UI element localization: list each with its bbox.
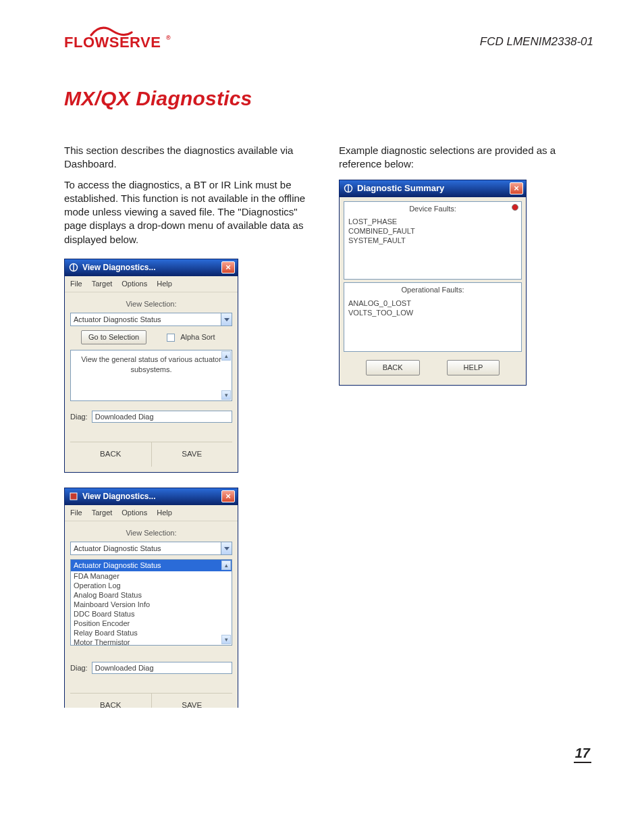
app-icon [69,263,78,272]
list-item[interactable]: Position Encoder [71,619,232,628]
close-icon[interactable]: × [510,182,523,194]
diag-field[interactable]: Downloaded Diag [92,411,232,423]
view-selection-label: View Selection: [70,528,232,538]
document-id: FCD LMENIM2338-01 [480,35,593,49]
operational-faults-list: ANALOG_0_LOST VOLTS_TOO_LOW [344,297,521,351]
combo-value: Actuator Diagnostic Status [71,313,221,325]
app-icon [69,492,78,501]
back-button[interactable]: BACK [366,360,420,375]
alpha-sort-checkbox[interactable] [167,334,175,342]
save-button[interactable]: SAVE [151,442,233,467]
scroll-up-icon[interactable]: ▴ [221,351,231,361]
page-title: MX/QX Diagnostics [64,87,593,110]
menu-options[interactable]: Options [122,508,147,518]
operational-faults-label: Operational Faults: [402,286,464,294]
svg-rect-2 [70,493,77,500]
intro-paragraph-1: This section describes the diagnostics a… [64,144,319,172]
chevron-down-icon[interactable] [221,313,232,325]
menu-help[interactable]: Help [157,508,172,518]
close-icon[interactable]: × [221,490,235,502]
view-selection-label: View Selection: [70,299,232,309]
back-button[interactable]: BACK [70,694,151,707]
app-icon [344,184,353,193]
diag-field[interactable]: Downloaded Diag [92,662,232,674]
scroll-up-icon[interactable]: ▴ [221,561,231,570]
selection-listbox[interactable]: Actuator Diagnostic Status FDA Manager O… [70,559,232,646]
list-item[interactable]: Relay Board Status [71,628,232,637]
view-selection-combo[interactable]: Actuator Diagnostic Status [70,313,232,326]
list-item[interactable]: DDC Board Status [71,609,232,619]
list-item[interactable]: Motor Thermistor [71,637,232,646]
diag-label: Diag: [70,663,88,673]
list-item[interactable]: FDA Manager [71,571,232,581]
right-paragraph: Example diagnostic selections are provid… [339,144,593,172]
menu-options[interactable]: Options [122,279,147,289]
list-item: LOST_PHASE [348,217,517,226]
menu-target[interactable]: Target [92,279,113,289]
svg-rect-4 [348,184,348,192]
combo-value: Actuator Diagnostic Status [71,542,221,554]
view-diagnostics-window-1: View Diagnostics... × File Target Option… [64,259,238,473]
save-button[interactable]: SAVE [151,694,233,707]
view-selection-combo[interactable]: Actuator Diagnostic Status [70,542,232,555]
window-title: Diagnostic Summary [357,182,510,194]
list-item-selected[interactable]: Actuator Diagnostic Status [71,560,232,571]
description-box: View the general status of various actua… [70,350,232,401]
list-item[interactable]: Analog Board Status [71,590,232,600]
intro-paragraph-2: To access the diagnostics, a BT or IR Li… [64,178,319,246]
view-diagnostics-window-2: View Diagnostics... × File Target Option… [64,488,238,708]
window-title: View Diagnostics... [82,262,221,273]
list-item: ANALOG_0_LOST [348,298,517,308]
list-item: SYSTEM_FAULT [348,236,517,245]
menubar: File Target Options Help [65,276,238,292]
device-faults-label: Device Faults: [409,205,456,213]
diagnostic-summary-window: Diagnostic Summary × Device Faults: LOST… [339,180,527,386]
flowserve-logo: FLOWSERVE ® [64,27,171,50]
scroll-down-icon[interactable]: ▾ [221,390,231,400]
menu-file[interactable]: File [70,508,82,518]
menubar: File Target Options Help [65,505,238,521]
alpha-sort-label: Alpha Sort [180,332,215,342]
back-button[interactable]: BACK [70,442,151,467]
help-button[interactable]: HELP [447,360,500,375]
chevron-down-icon[interactable] [221,542,232,554]
list-item[interactable]: Operation Log [71,581,232,590]
go-to-selection-button[interactable]: Go to Selection [81,330,146,344]
menu-file[interactable]: File [70,279,82,289]
menu-target[interactable]: Target [92,508,113,518]
scroll-down-icon[interactable]: ▾ [221,635,231,644]
list-item[interactable]: Mainboard Version Info [71,600,232,609]
list-item: COMBINED_FAULT [348,226,517,236]
close-icon[interactable]: × [221,261,235,273]
page-number: 17 [574,746,591,763]
device-faults-list: LOST_PHASE COMBINED_FAULT SYSTEM_FAULT [344,215,521,279]
window-title: View Diagnostics... [82,491,221,502]
svg-rect-1 [73,263,74,271]
list-item: VOLTS_TOO_LOW [348,308,517,317]
menu-help[interactable]: Help [157,279,172,289]
status-led-icon [512,204,518,211]
diag-label: Diag: [70,412,88,422]
